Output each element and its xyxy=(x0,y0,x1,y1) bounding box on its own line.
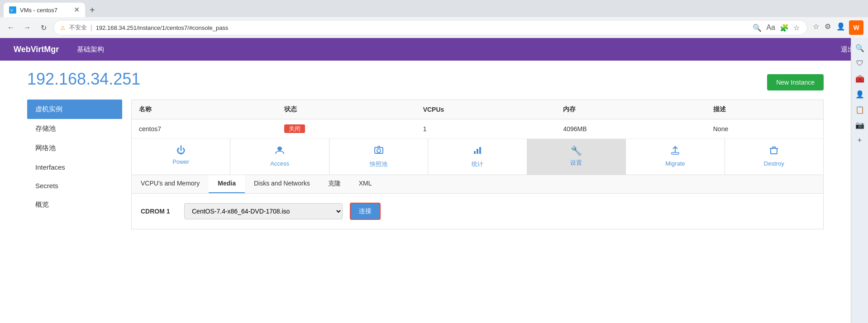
new-tab-btn[interactable]: + xyxy=(87,4,98,16)
sidebar-item-secrets[interactable]: Secrets xyxy=(27,176,122,195)
stats-icon xyxy=(472,145,482,157)
snapshot-icon xyxy=(374,145,384,157)
svg-rect-6 xyxy=(477,149,478,154)
migrate-icon xyxy=(670,145,680,157)
url-text: 192.168.34.251/instance/1/centos7/#conso… xyxy=(96,24,746,31)
stats-btn[interactable]: 统计 xyxy=(428,139,527,175)
settings-btn[interactable]: 🔧 设置 xyxy=(527,139,626,175)
cell-description: None xyxy=(706,119,824,139)
search-address-icon[interactable]: 🔍 xyxy=(752,23,763,33)
instance-table: 名称 状态 VCPUs 内存 描述 centos7 关闭 1 4096M xyxy=(131,100,824,139)
destroy-btn[interactable]: Destroy xyxy=(725,139,823,175)
sidebar-item-vm-instances[interactable]: 虚机实例 xyxy=(27,100,122,119)
migrate-btn[interactable]: Migrate xyxy=(626,139,725,175)
nav-infrastructure[interactable]: 基础架构 xyxy=(72,43,109,56)
content-sidebar: 虚机实例 存储池 网络池 Interfaces Secrets 概览 xyxy=(27,100,122,229)
media-content: CDROM 1 CentOS-7.4-x86_64-DVD-1708.iso 连… xyxy=(131,194,824,229)
rs-add-icon[interactable]: + xyxy=(854,134,866,147)
tabs-row: VCPU's and Memory Media Disks and Networ… xyxy=(131,175,824,194)
forward-btn[interactable]: → xyxy=(21,21,33,34)
app-header: WebVirtMgr 基础架构 退出 xyxy=(0,38,868,61)
col-vcpus: VCPUs xyxy=(416,100,556,119)
sidebar-item-interfaces[interactable]: Interfaces xyxy=(27,158,122,176)
cdrom-row: CDROM 1 CentOS-7.4-x86_64-DVD-1708.iso 连… xyxy=(141,203,814,220)
tab-xml[interactable]: XML xyxy=(350,175,381,193)
tab-favicon: V xyxy=(9,6,16,14)
sidebar-item-storage-pool[interactable]: 存储池 xyxy=(27,119,122,138)
tab-close-btn[interactable]: ✕ xyxy=(74,6,80,14)
migrate-label: Migrate xyxy=(665,160,685,167)
address-bar[interactable]: ⚠ 不安全 | 192.168.34.251/instance/1/centos… xyxy=(53,20,807,35)
rs-search-icon[interactable]: 🔍 xyxy=(854,42,866,54)
cell-name: centos7 xyxy=(132,119,277,139)
access-btn[interactable]: Access xyxy=(230,139,329,175)
cdrom-label: CDROM 1 xyxy=(141,208,177,215)
col-status: 状态 xyxy=(277,100,416,119)
cdrom-select[interactable]: CentOS-7.4-x86_64-DVD-1708.iso xyxy=(184,203,343,219)
col-memory: 内存 xyxy=(556,100,706,119)
lock-icon: ⚠ xyxy=(60,24,66,31)
connect-button[interactable]: 连接 xyxy=(350,203,381,220)
refresh-btn[interactable]: ↻ xyxy=(37,21,50,34)
extension-icon[interactable]: 🧩 xyxy=(779,23,790,33)
col-description: 描述 xyxy=(706,100,824,119)
rs-user-icon[interactable]: 👤 xyxy=(854,88,866,100)
destroy-icon xyxy=(769,145,779,157)
page-header: 192.168.34.251 New Instance xyxy=(27,70,824,90)
power-label: Power xyxy=(172,158,189,165)
favorites-bar-icon[interactable]: ☆ xyxy=(811,20,821,35)
back-btn[interactable]: ← xyxy=(5,21,17,34)
svg-rect-9 xyxy=(771,148,777,154)
browser-tab[interactable]: V VMs - centos7 ✕ xyxy=(4,3,85,17)
app-logo: WebVirtMgr xyxy=(14,45,59,54)
not-secure-text: 不安全 xyxy=(69,24,87,32)
rs-copy-icon[interactable]: 📋 xyxy=(854,103,866,116)
power-icon: ⏻ xyxy=(176,145,186,156)
status-badge: 关闭 xyxy=(284,124,305,133)
sidebar-item-network-pool[interactable]: 网络池 xyxy=(27,138,122,158)
access-label: Access xyxy=(270,160,289,167)
favorites-icon[interactable]: ☆ xyxy=(792,23,801,33)
page-title: 192.168.34.251 xyxy=(27,70,140,89)
rs-shield-icon[interactable]: 🛡 xyxy=(854,57,866,70)
tab-media[interactable]: Media xyxy=(209,175,245,193)
cell-memory: 4096MB xyxy=(556,119,706,139)
cell-status: 关闭 xyxy=(277,119,416,139)
content-panel: 名称 状态 VCPUs 内存 描述 centos7 关闭 1 4096M xyxy=(131,100,824,229)
content-layout: 虚机实例 存储池 网络池 Interfaces Secrets 概览 名称 状态… xyxy=(27,100,824,229)
svg-rect-5 xyxy=(474,151,476,154)
snapshot-label: 快照池 xyxy=(370,160,387,168)
cell-vcpus: 1 xyxy=(416,119,556,139)
action-row: ⏻ Power Access 快照池 xyxy=(131,139,824,175)
table-row: centos7 关闭 1 4096MB None xyxy=(132,119,824,139)
destroy-label: Destroy xyxy=(764,160,784,167)
rs-box-icon[interactable]: 🧰 xyxy=(854,72,866,85)
col-name: 名称 xyxy=(132,100,277,119)
tab-title: VMs - centos7 xyxy=(20,7,57,14)
settings-label: 设置 xyxy=(570,159,582,167)
main-content: 192.168.34.251 New Instance 虚机实例 存储池 网络池… xyxy=(0,61,851,323)
read-mode-icon[interactable]: Aa xyxy=(765,23,776,33)
snapshot-btn[interactable]: 快照池 xyxy=(329,139,428,175)
profile-icon[interactable]: 👤 xyxy=(835,20,847,35)
tab-disks-networks[interactable]: Disks and Networks xyxy=(245,175,319,193)
tab-vcpu-memory[interactable]: VCPU's and Memory xyxy=(132,175,209,193)
right-sidebar: 🔍 🛡 🧰 👤 📋 📷 + xyxy=(851,38,868,323)
stats-label: 统计 xyxy=(472,160,483,168)
svg-text:V: V xyxy=(10,8,13,13)
svg-rect-2 xyxy=(277,147,282,151)
power-btn[interactable]: ⏻ Power xyxy=(132,139,230,175)
settings-icon: 🔧 xyxy=(571,145,582,156)
svg-point-4 xyxy=(377,149,381,152)
collections-icon[interactable]: ⚙ xyxy=(823,20,833,35)
new-instance-button[interactable]: New Instance xyxy=(767,74,824,90)
tab-clone[interactable]: 克隆 xyxy=(319,175,350,193)
svg-rect-7 xyxy=(479,147,481,154)
sidebar-item-overview[interactable]: 概览 xyxy=(27,195,122,214)
rs-camera-icon[interactable]: 📷 xyxy=(854,119,866,131)
access-icon xyxy=(275,145,285,157)
extension-btn[interactable]: W xyxy=(849,20,863,35)
svg-rect-8 xyxy=(672,152,679,154)
